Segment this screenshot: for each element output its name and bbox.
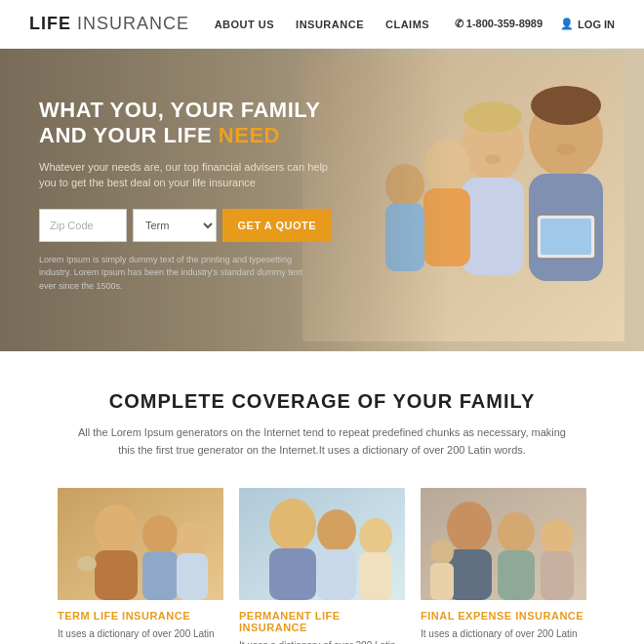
coverage-title: COMPLETE COVERAGE OF YOUR FAMILY xyxy=(49,390,595,413)
site-logo: LIFE INSURANCE xyxy=(29,14,189,34)
term-illustration xyxy=(58,488,223,600)
zip-input[interactable] xyxy=(39,209,127,242)
svg-point-21 xyxy=(177,521,208,556)
insurance-cards: TERM LIFE INSURANCE It uses a dictionary… xyxy=(49,488,595,644)
svg-rect-28 xyxy=(317,549,356,600)
logo-bold: LIFE xyxy=(29,14,71,33)
final-illustration xyxy=(421,488,586,600)
svg-point-38 xyxy=(430,540,454,565)
hero-section: WHAT YOU, YOUR FAMILY AND YOUR LIFE NEED… xyxy=(0,49,644,351)
user-icon: 👤 xyxy=(560,18,574,30)
svg-point-32 xyxy=(447,502,492,552)
svg-point-19 xyxy=(142,515,178,554)
coverage-description: All the Lorem Ipsum generators on the In… xyxy=(68,424,576,459)
card-final-image xyxy=(421,488,586,600)
login-link[interactable]: 👤 LOG IN xyxy=(560,18,615,30)
card-term: TERM LIFE INSURANCE It uses a dictionary… xyxy=(58,488,223,644)
card-permanent: PERMANENT LIFE INSURANCE It uses a dicti… xyxy=(239,488,405,644)
hero-subtitle: Whatever your needs are, our top financi… xyxy=(39,159,332,191)
card-term-label: TERM LIFE INSURANCE xyxy=(58,610,223,622)
card-term-image xyxy=(58,488,223,600)
card-permanent-image xyxy=(239,488,405,600)
svg-rect-37 xyxy=(541,551,574,600)
card-term-text: It uses a dictionary of over 200 Latin xyxy=(58,626,223,641)
term-select[interactable]: Term 10 Years 20 Years 30 Years xyxy=(133,209,217,242)
nav-about[interactable]: ABOUT US xyxy=(215,19,274,30)
hero-title: WHAT YOU, YOUR FAMILY AND YOUR LIFE NEED xyxy=(39,98,332,149)
card-final-text: It uses a dictionary of over 200 Latin xyxy=(421,626,586,641)
main-nav: ABOUT US INSURANCE CLAIMS xyxy=(215,19,430,30)
site-header: LIFE INSURANCE ABOUT US INSURANCE CLAIMS… xyxy=(0,0,644,49)
svg-rect-26 xyxy=(269,548,316,600)
svg-rect-39 xyxy=(430,563,454,600)
svg-rect-18 xyxy=(95,550,138,600)
header-right: ✆ 1-800-359-8989 👤 LOG IN xyxy=(455,18,615,30)
svg-point-25 xyxy=(269,499,316,551)
coverage-section: COMPLETE COVERAGE OF YOUR FAMILY All the… xyxy=(0,351,644,644)
card-permanent-label: PERMANENT LIFE INSURANCE xyxy=(239,610,405,633)
svg-point-23 xyxy=(77,556,97,572)
svg-rect-22 xyxy=(177,553,208,600)
svg-point-29 xyxy=(359,518,392,555)
svg-point-36 xyxy=(541,519,574,554)
svg-point-34 xyxy=(498,512,535,553)
quote-form: Term 10 Years 20 Years 30 Years GET A QU… xyxy=(39,209,332,242)
svg-point-17 xyxy=(95,504,138,553)
nav-insurance[interactable]: INSURANCE xyxy=(296,19,364,30)
hero-disclaimer: Lorem Ipsum is simply dummy text of the … xyxy=(39,254,312,294)
hero-content: WHAT YOU, YOUR FAMILY AND YOUR LIFE NEED… xyxy=(39,98,332,293)
nav-claims[interactable]: CLAIMS xyxy=(385,19,429,30)
get-quote-button[interactable]: GET A QUOTE xyxy=(222,209,332,242)
logo-light: INSURANCE xyxy=(71,14,189,33)
svg-rect-20 xyxy=(142,551,178,600)
card-final: FINAL EXPENSE INSURANCE It uses a dictio… xyxy=(421,488,586,644)
phone-number: ✆ 1-800-359-8989 xyxy=(455,18,543,30)
svg-point-27 xyxy=(317,509,356,552)
card-final-label: FINAL EXPENSE INSURANCE xyxy=(421,610,586,622)
card-permanent-text: It uses a dictionary of over 200 Latin xyxy=(239,638,405,644)
svg-rect-30 xyxy=(359,552,392,600)
svg-rect-35 xyxy=(498,550,535,600)
permanent-illustration xyxy=(239,488,405,600)
